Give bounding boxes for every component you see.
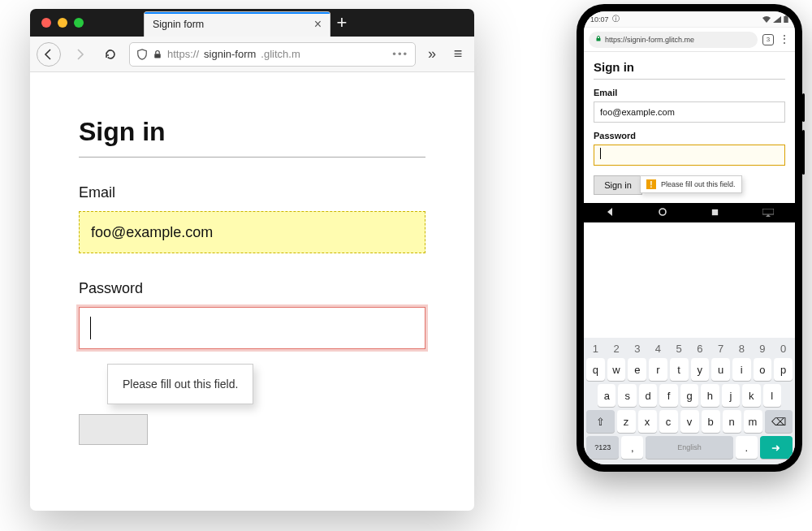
- digit-key-9[interactable]: 9: [754, 342, 772, 355]
- overflow-toolbar-button[interactable]: »: [422, 45, 442, 63]
- battery-icon: [784, 15, 788, 23]
- phone-power-button: [802, 130, 805, 175]
- comma-key[interactable]: ,: [621, 436, 643, 459]
- text-caret-icon: [90, 317, 91, 339]
- letter-key-s[interactable]: s: [618, 384, 636, 407]
- password-label: Password: [594, 131, 785, 140]
- svg-rect-1: [784, 16, 788, 23]
- reload-icon: [104, 48, 117, 61]
- svg-rect-5: [712, 209, 718, 215]
- forward-button[interactable]: [67, 42, 92, 67]
- digit-key-8[interactable]: 8: [732, 342, 751, 355]
- back-button[interactable]: [37, 42, 61, 67]
- letter-key-o[interactable]: o: [754, 358, 772, 381]
- close-tab-icon[interactable]: ×: [314, 18, 322, 31]
- desktop-browser-window: Signin form × + https://signin-form.glit…: [0, 0, 503, 531]
- tab-switcher-button[interactable]: 3: [762, 34, 774, 45]
- macos-traffic-lights: [30, 9, 144, 37]
- nav-keyboard-icon[interactable]: [762, 205, 774, 220]
- digit-key-5[interactable]: 5: [670, 342, 689, 355]
- page-content: Sign in Email Password Please fill out t…: [30, 72, 474, 394]
- zoom-window-icon[interactable]: [74, 18, 84, 28]
- browser-tab[interactable]: Signin form ×: [144, 11, 330, 37]
- svg-rect-2: [785, 15, 787, 16]
- lock-icon: [153, 50, 162, 59]
- letter-key-y[interactable]: y: [691, 358, 710, 381]
- signin-button[interactable]: Sign in: [594, 175, 642, 195]
- cellular-icon: [773, 16, 781, 23]
- status-time: 10:07: [590, 15, 609, 24]
- signin-button-obscured[interactable]: [79, 414, 148, 445]
- period-key[interactable]: .: [736, 436, 758, 459]
- reload-button[interactable]: [98, 42, 123, 67]
- tracking-shield-icon: [136, 49, 148, 60]
- letter-key-f[interactable]: f: [659, 384, 677, 407]
- letter-key-b[interactable]: b: [702, 410, 720, 433]
- space-key[interactable]: English: [646, 436, 733, 459]
- letter-key-k[interactable]: k: [742, 384, 760, 407]
- letter-key-v[interactable]: v: [680, 410, 699, 433]
- letter-key-x[interactable]: x: [638, 410, 657, 433]
- letter-key-t[interactable]: t: [670, 358, 689, 381]
- mobile-page-content: Sign in Email Password Sign in ! Please …: [584, 52, 795, 203]
- digit-key-6[interactable]: 6: [691, 342, 710, 355]
- validation-tooltip: Please fill out this field.: [107, 364, 253, 404]
- svg-rect-3: [597, 38, 601, 41]
- mobile-address-bar[interactable]: https://signin-form.glitch.me: [589, 32, 758, 48]
- nav-home-icon[interactable]: [658, 205, 667, 220]
- password-field[interactable]: [79, 307, 425, 349]
- letter-key-q[interactable]: q: [586, 358, 605, 381]
- letter-key-a[interactable]: a: [598, 384, 615, 407]
- password-field[interactable]: [594, 145, 785, 166]
- letter-key-m[interactable]: m: [744, 410, 762, 433]
- tab-strip: Signin form × +: [30, 9, 474, 37]
- phone-screen: 10:07 ⓘ https://signin-form.glitch.me 3 …: [584, 11, 795, 464]
- shift-key[interactable]: ⇧: [586, 410, 615, 433]
- letter-key-r[interactable]: r: [649, 358, 667, 381]
- email-field[interactable]: [594, 101, 785, 123]
- letter-key-h[interactable]: h: [701, 384, 719, 407]
- digit-key-1[interactable]: 1: [586, 342, 605, 355]
- letter-key-w[interactable]: w: [607, 358, 626, 381]
- page-heading: Sign in: [79, 117, 425, 158]
- letter-key-n[interactable]: n: [723, 410, 741, 433]
- close-window-icon[interactable]: [41, 18, 51, 28]
- go-key[interactable]: ➜: [760, 436, 793, 459]
- new-tab-button[interactable]: +: [330, 9, 353, 37]
- letter-key-c[interactable]: c: [659, 410, 678, 433]
- lock-icon: [595, 35, 602, 44]
- warning-icon: !: [646, 179, 656, 189]
- letter-key-i[interactable]: i: [732, 358, 751, 381]
- status-right-cluster: [762, 15, 788, 23]
- letter-key-p[interactable]: p: [774, 358, 793, 381]
- letter-key-d[interactable]: d: [639, 384, 657, 407]
- android-keyboard: 1234567890 qwertyuiop asdfghjkl ⇧ zxcvbn…: [584, 338, 795, 464]
- url-scheme: https://: [167, 48, 199, 60]
- digit-key-2[interactable]: 2: [607, 342, 626, 355]
- email-field[interactable]: [79, 211, 425, 253]
- digit-key-0[interactable]: 0: [774, 342, 793, 355]
- kebab-menu-icon[interactable]: ⋮: [779, 37, 790, 42]
- address-bar[interactable]: https://signin-form.glitch.m •••: [129, 42, 416, 67]
- letter-key-u[interactable]: u: [711, 358, 730, 381]
- symbols-key[interactable]: ?123: [586, 436, 619, 459]
- validation-tooltip: ! Please fill out this field.: [640, 175, 742, 193]
- mobile-url-text: https://signin-form.glitch.me: [605, 36, 694, 44]
- minimize-window-icon[interactable]: [58, 18, 67, 28]
- browser-toolbar: https://signin-form.glitch.m ••• » ≡: [30, 37, 474, 72]
- digit-key-7[interactable]: 7: [711, 342, 730, 355]
- digit-key-4[interactable]: 4: [649, 342, 667, 355]
- letter-key-l[interactable]: l: [763, 384, 781, 407]
- letter-key-z[interactable]: z: [617, 410, 636, 433]
- letter-key-j[interactable]: j: [722, 384, 740, 407]
- nav-back-icon[interactable]: [605, 205, 615, 220]
- email-label: Email: [79, 184, 425, 201]
- page-actions-icon[interactable]: •••: [392, 48, 408, 60]
- nav-recents-icon[interactable]: [710, 205, 719, 220]
- phone-volume-button: [802, 93, 805, 122]
- hamburger-menu-button[interactable]: ≡: [448, 45, 468, 63]
- letter-key-e[interactable]: e: [628, 358, 646, 381]
- letter-key-g[interactable]: g: [680, 384, 698, 407]
- digit-key-3[interactable]: 3: [628, 342, 646, 355]
- backspace-key[interactable]: ⌫: [765, 410, 793, 433]
